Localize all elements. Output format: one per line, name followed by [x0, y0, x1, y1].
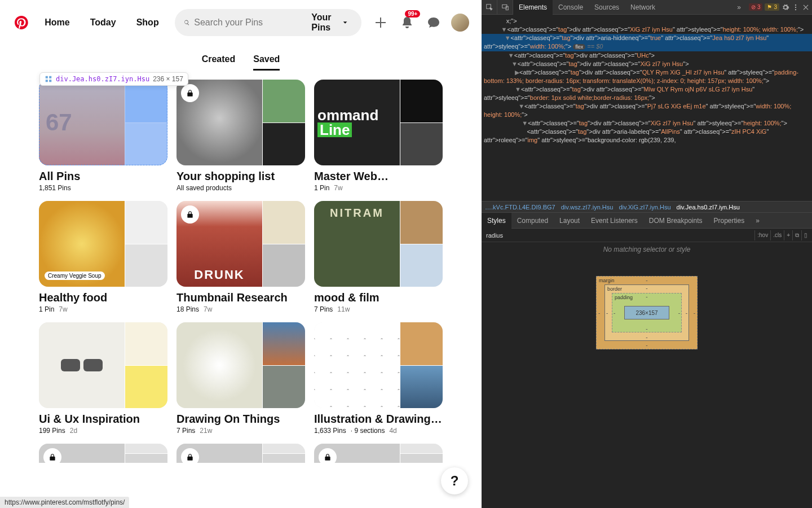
padding-label: padding: [615, 295, 633, 300]
pinterest-logo[interactable]: [9, 9, 33, 36]
board-title: Illustration & Drawing…: [314, 413, 443, 426]
styles-filter-input[interactable]: [484, 231, 754, 240]
dom-line[interactable]: ▶<attr">classeq">="tag">div attr">classe…: [482, 68, 812, 85]
board-cover: [314, 322, 443, 408]
devtools-tab-sources[interactable]: Sources: [589, 0, 625, 15]
board-title: Ui & Ux Inspiration: [39, 413, 167, 426]
dom-line[interactable]: <attr">classeq">="tag">div attr">aria-la…: [482, 128, 812, 144]
your-pins-dropdown[interactable]: Your Pins: [311, 12, 352, 33]
lock-icon: [181, 448, 199, 463]
breadcrumb[interactable]: ….kVc.FTD.L4E.DI9.BG7div.wsz.zI7.iyn.Hsu…: [482, 201, 812, 213]
devtools-panel: ElementsConsoleSourcesNetwork » ⊘3 ⚑3 x;…: [482, 0, 812, 508]
styles-tab-computed[interactable]: Computed: [511, 213, 554, 229]
svg-rect-0: [46, 76, 48, 78]
notifications-button[interactable]: 99+: [395, 9, 419, 36]
tooltip-selector: div.Jea.hs0.zI7.iyn.Hsu: [56, 75, 149, 83]
styles-tab-event-listeners[interactable]: Event Listeners: [585, 213, 643, 229]
dom-line[interactable]: x;">: [482, 17, 812, 25]
lock-icon: [181, 84, 199, 102]
dom-line[interactable]: ▼<attr">classeq">="tag">div attr">aria-h…: [482, 34, 812, 51]
board-peek[interactable]: [39, 444, 167, 463]
board-allpins[interactable]: 67All Pins1,851 Pins: [39, 80, 167, 192]
board-meta: 199 Pins2d: [39, 427, 167, 435]
styles-tab-dom-breakpoints[interactable]: DOM Breakpoints: [643, 213, 708, 229]
inspect-element-icon[interactable]: [482, 0, 497, 15]
styles-more-tabs[interactable]: »: [750, 213, 765, 229]
svg-point-8: [795, 6, 796, 7]
hov-toggle[interactable]: :hov: [754, 230, 770, 240]
search-input[interactable]: [194, 17, 307, 28]
warning-count[interactable]: ⚑3: [765, 3, 779, 11]
profile-avatar[interactable]: [448, 9, 473, 36]
board-cover: [176, 322, 305, 408]
cls-toggle[interactable]: .cls: [770, 230, 784, 240]
nav-today[interactable]: Today: [81, 11, 125, 34]
boards-grid: 67All Pins1,851 PinsYour shopping listAl…: [0, 80, 482, 474]
board-cover: 67: [39, 80, 167, 165]
help-button[interactable]: ?: [441, 467, 468, 494]
devtools-more-tabs[interactable]: »: [731, 3, 747, 11]
board-shop[interactable]: Your shopping listAll saved products: [176, 80, 305, 192]
pinterest-page: Home Today Shop Your Pins 99+ Created Sa…: [0, 0, 482, 508]
board-mood[interactable]: NITRAMmood & film7 Pins11w: [314, 201, 443, 313]
dom-line[interactable]: ▼<attr">classeq">="tag">div attr">classe…: [482, 60, 812, 68]
board-ui[interactable]: Ui & Ux Inspiration199 Pins2d: [39, 322, 167, 435]
board-cover: NITRAM: [314, 201, 443, 287]
gear-icon[interactable]: [782, 3, 789, 11]
board-food[interactable]: Healthy food1 Pin7w: [39, 201, 167, 313]
styles-tab-layout[interactable]: Layout: [554, 213, 585, 229]
kebab-icon[interactable]: [792, 3, 800, 11]
crumb[interactable]: ….kVc.FTD.L4E.DI9.BG7: [485, 204, 555, 211]
tab-created[interactable]: Created: [202, 50, 236, 71]
board-meta: 7 Pins11w: [314, 305, 443, 313]
dom-line[interactable]: ▼<attr">classeq">="tag">div attr">classe…: [482, 25, 812, 34]
board-title: Drawing On Things: [176, 413, 305, 426]
dom-line[interactable]: ▼<attr">classeq">="tag">div attr">classe…: [482, 102, 812, 119]
dom-line[interactable]: ▼<attr">classeq">="tag">div attr">classe…: [482, 85, 812, 102]
search-bar[interactable]: Your Pins: [175, 9, 361, 36]
nav-shop[interactable]: Shop: [127, 11, 168, 34]
lock-icon: [319, 448, 337, 463]
svg-rect-1: [49, 76, 51, 78]
nav-home[interactable]: Home: [36, 11, 78, 34]
board-illus[interactable]: Illustration & Drawing…1,633 Pins· 9 sec…: [314, 322, 443, 435]
styles-tab-properties[interactable]: Properties: [708, 213, 751, 229]
close-icon[interactable]: [802, 3, 810, 11]
board-peek[interactable]: [176, 444, 305, 463]
new-rule-icon[interactable]: +: [784, 230, 792, 240]
error-count[interactable]: ⊘3: [749, 3, 763, 11]
computed-icon[interactable]: ⧉: [792, 230, 801, 240]
device-toolbar-icon[interactable]: [497, 0, 513, 15]
board-cover: ommandLine: [314, 80, 443, 165]
board-meta: 1 Pin7w: [314, 184, 443, 192]
crumb[interactable]: div.XiG.zI7.iyn.Hsu: [619, 204, 670, 211]
board-title: Healthy food: [39, 291, 167, 304]
styles-tab-styles[interactable]: Styles: [482, 213, 511, 229]
sidebar-toggle-icon[interactable]: ▯: [801, 230, 810, 240]
chevron-down-icon: [342, 18, 348, 27]
board-title: All Pins: [39, 170, 167, 183]
board-web[interactable]: ommandLineMaster Web…1 Pin7w: [314, 80, 443, 192]
crumb[interactable]: div.Jea.hs0.zI7.iyn.Hsu: [677, 204, 740, 211]
dom-line[interactable]: ▼<attr">classeq">="tag">div attr">classe…: [482, 119, 812, 128]
lock-icon: [181, 205, 199, 224]
styles-filter-row: :hov .cls + ⧉ ▯: [482, 229, 812, 242]
tab-saved[interactable]: Saved: [253, 50, 280, 71]
messages-button[interactable]: [421, 9, 445, 36]
board-meta: 7 Pins21w: [176, 427, 305, 435]
dom-line[interactable]: ▼<attr">classeq">="tag">div attr">classe…: [482, 51, 812, 60]
crumb[interactable]: div.wsz.zI7.iyn.Hsu: [561, 204, 614, 211]
svg-rect-3: [49, 80, 51, 82]
dom-tree[interactable]: x;"> ▼<attr">classeq">="tag">div attr">c…: [482, 15, 812, 201]
notif-badge: 99+: [405, 10, 420, 17]
board-peek[interactable]: [314, 444, 443, 463]
margin-label: margin: [599, 278, 615, 283]
board-thumb[interactable]: DRUNKThumbnail Research18 Pins7w: [176, 201, 305, 313]
devtools-tab-console[interactable]: Console: [553, 0, 589, 15]
board-draw[interactable]: Drawing On Things7 Pins21w: [176, 322, 305, 435]
add-button[interactable]: [368, 9, 392, 36]
no-match-message: No matching selector or style: [482, 242, 812, 253]
devtools-status: ⊘3 ⚑3: [747, 3, 812, 11]
devtools-tab-elements[interactable]: Elements: [513, 0, 553, 15]
devtools-tab-network[interactable]: Network: [625, 0, 661, 15]
